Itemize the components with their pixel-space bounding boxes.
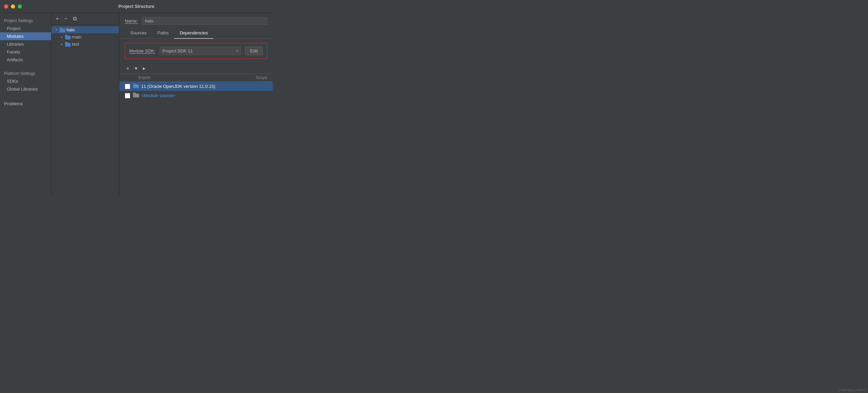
tree-add-button[interactable]: + xyxy=(54,15,60,22)
dep-row-label-jdk: 11 (Oracle OpenJDK version 11.0.15) xyxy=(141,84,240,89)
tree-label-main: main xyxy=(72,34,81,40)
tree-arrow-halo: ▾ xyxy=(54,28,58,32)
svg-rect-1 xyxy=(60,28,62,29)
project-settings-header: Project Settings xyxy=(0,16,51,25)
main-layout: Project Settings Project Modules Librari… xyxy=(0,13,273,196)
dep-down-button[interactable]: ▾ xyxy=(133,64,139,72)
tree-arrow-test: ▸ xyxy=(60,42,64,46)
sidebar-item-global-libraries[interactable]: Global Libraries xyxy=(0,85,51,93)
svg-rect-9 xyxy=(133,94,139,97)
sidebar-item-facets[interactable]: Facets xyxy=(0,48,51,56)
folder-icon-halo xyxy=(60,28,65,32)
sidebar-item-artifacts[interactable]: Artifacts xyxy=(0,56,51,64)
maximize-button[interactable] xyxy=(18,4,22,9)
tree-label-test: test xyxy=(72,42,79,47)
sidebar-item-modules[interactable]: Modules xyxy=(0,32,51,40)
tree-remove-button[interactable]: − xyxy=(63,15,69,22)
tree-item-main[interactable]: ▸ main xyxy=(57,33,119,41)
edit-button[interactable]: Edit xyxy=(245,47,263,55)
dep-row-module-source[interactable]: <Module source> xyxy=(119,91,273,100)
tree-copy-button[interactable]: ⧉ xyxy=(72,15,78,22)
dep-table-header: Export Scope xyxy=(119,74,273,82)
svg-rect-2 xyxy=(65,36,71,40)
dep-row-label-module: <Module source> xyxy=(141,93,240,98)
platform-settings-header: Platform Settings xyxy=(0,69,51,77)
folder-icon-test xyxy=(65,42,71,47)
dep-row-checkbox-jdk[interactable] xyxy=(125,84,130,89)
svg-rect-5 xyxy=(65,42,68,43)
tree-indent-test: ▸ test xyxy=(57,41,119,48)
folder-icon-main xyxy=(65,35,71,40)
close-button[interactable] xyxy=(4,4,8,9)
name-input[interactable] xyxy=(142,17,267,25)
svg-rect-0 xyxy=(60,29,65,32)
dep-toolbar: + ▾ ▸ xyxy=(119,63,273,74)
sdk-section: Module SDK: Project SDK 11 ▾ Edit xyxy=(125,43,267,59)
svg-rect-7 xyxy=(133,83,136,85)
sidebar-item-sdks[interactable]: SDKs xyxy=(0,77,51,85)
svg-rect-10 xyxy=(133,93,136,94)
tree-item-halo[interactable]: ▾ halo xyxy=(51,26,119,33)
sidebar-item-libraries[interactable]: Libraries xyxy=(0,40,51,48)
sdk-select[interactable]: Project SDK 11 xyxy=(160,47,241,55)
minimize-button[interactable] xyxy=(11,4,15,9)
sdk-select-wrapper: Project SDK 11 ▾ xyxy=(160,47,241,55)
col-scope-header: Scope xyxy=(240,75,267,80)
svg-rect-8 xyxy=(134,85,138,87)
tree-indent-main: ▸ main xyxy=(57,33,119,41)
tree-item-test[interactable]: ▸ test xyxy=(57,41,119,48)
sidebar-item-project[interactable]: Project xyxy=(0,25,51,32)
sdk-row: Module SDK: Project SDK 11 ▾ Edit xyxy=(129,47,263,55)
dep-row-checkbox-module[interactable] xyxy=(125,93,130,98)
tab-paths[interactable]: Paths xyxy=(152,28,174,39)
tree-content: ▾ halo ▸ xyxy=(51,25,119,196)
window-controls xyxy=(4,4,22,9)
tab-dependencies[interactable]: Dependencies xyxy=(174,28,213,39)
folder-blue-icon-jdk xyxy=(133,83,139,89)
sdk-label: Module SDK: xyxy=(129,48,155,53)
tree-toolbar: + − ⧉ xyxy=(51,13,119,25)
svg-rect-3 xyxy=(65,35,68,36)
dep-row-jdk[interactable]: 11 (Oracle OpenJDK version 11.0.15) xyxy=(119,82,273,91)
col-export-header: Export xyxy=(125,75,240,80)
folder-gray-icon-module xyxy=(133,93,139,98)
window-title: Project Structure xyxy=(118,4,154,9)
sidebar: Project Settings Project Modules Librari… xyxy=(0,13,51,196)
content-panel: Name: Sources Paths Dependencies Module … xyxy=(119,13,273,196)
sidebar-item-problems[interactable]: Problems xyxy=(0,100,51,108)
name-label: Name: xyxy=(125,18,138,23)
dep-rows: 11 (Oracle OpenJDK version 11.0.15) <Mod… xyxy=(119,82,273,196)
titlebar: Project Structure xyxy=(0,0,273,13)
name-row: Name: xyxy=(119,13,273,28)
dep-right-button[interactable]: ▸ xyxy=(141,64,147,72)
tree-panel: + − ⧉ ▾ halo ▸ xyxy=(51,13,119,196)
tree-arrow-main: ▸ xyxy=(60,35,64,39)
tab-sources[interactable]: Sources xyxy=(125,28,152,39)
tabs-bar: Sources Paths Dependencies xyxy=(119,28,273,39)
tree-label-halo: halo xyxy=(66,27,75,32)
svg-rect-4 xyxy=(65,43,71,47)
dep-add-button[interactable]: + xyxy=(125,65,131,72)
